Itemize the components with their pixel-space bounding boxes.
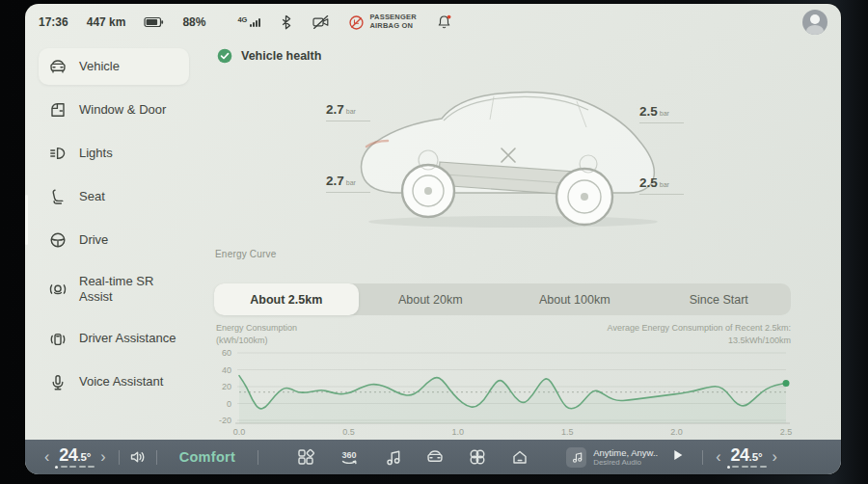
average-consumption-value: 13.5kWh/100km — [608, 335, 791, 347]
chart-header: Energy Consumption (kWh/100km) Average E… — [216, 322, 791, 347]
camera-360-icon[interactable]: 360 — [339, 447, 360, 467]
avatar-head — [810, 14, 820, 24]
sidebar-item-vehicle[interactable]: Vehicle — [39, 48, 189, 85]
profile-avatar[interactable] — [802, 10, 827, 35]
sidebar-item-label: Lights — [79, 146, 113, 161]
avatar-body — [806, 25, 824, 35]
sidebar-item-label: Driver Assistance — [79, 331, 176, 346]
sidebar-item-lights[interactable]: Lights — [39, 135, 189, 172]
svg-text:0.0: 0.0 — [233, 427, 246, 437]
svg-text:-20: -20 — [219, 416, 231, 425]
dock-divider — [702, 450, 703, 465]
home-icon[interactable] — [510, 447, 529, 467]
svg-text:1.0: 1.0 — [452, 427, 465, 437]
clock: 17:36 — [39, 15, 68, 29]
volume-icon[interactable] — [128, 447, 148, 467]
cellular-signal-icon: 4G — [237, 18, 260, 27]
left-temp-decrease-chevron[interactable]: ‹ — [41, 449, 53, 465]
svg-text:0: 0 — [227, 399, 231, 409]
notifications-bell-icon[interactable] — [435, 13, 453, 31]
sidebar-item-voice-assistant[interactable]: Voice Assistant — [39, 364, 189, 401]
svg-text:2.0: 2.0 — [670, 427, 683, 437]
y-axis-title-line2: (kWh/100km) — [216, 335, 297, 347]
climate-clover-icon[interactable] — [468, 447, 487, 467]
door-icon — [48, 100, 68, 120]
sidebar-item-label: Real-time SR Assist — [79, 274, 179, 306]
battery-percent: 88% — [182, 15, 205, 29]
svg-text:20: 20 — [222, 382, 231, 391]
sidebar-item-realtime-sr-assist[interactable]: Real-time SR Assist — [39, 265, 189, 314]
seat-icon — [48, 187, 68, 206]
energy-curve-title: Energy Curve — [215, 249, 277, 259]
tire-pressure-rear-left: 2.7bar — [326, 172, 388, 193]
tab-about-100km[interactable]: About 100km — [502, 283, 647, 315]
svg-text:2.5: 2.5 — [780, 427, 793, 437]
apps-grid-icon[interactable] — [296, 447, 315, 467]
tab-about-2-5km[interactable]: About 2.5km — [214, 283, 359, 315]
energy-range-tabs: About 2.5km About 20km About 100km Since… — [214, 283, 791, 315]
sidebar-item-seat[interactable]: Seat — [39, 178, 189, 215]
sidebar-item-label: Vehicle — [79, 59, 120, 74]
passenger-temperature-control[interactable]: 24.5° — [727, 446, 767, 469]
music-icon[interactable] — [383, 447, 402, 467]
driver-temperature-control[interactable]: 24.5° — [55, 446, 95, 469]
passenger-fan-level-indicator — [727, 466, 767, 469]
sidebar-item-label: Seat — [79, 189, 105, 204]
svg-text:60: 60 — [222, 348, 231, 358]
driver-fan-level-indicator — [55, 466, 95, 469]
airbag-warning-icon — [348, 14, 365, 31]
check-circle-icon — [217, 48, 232, 64]
headlight-icon — [48, 144, 68, 163]
media-track-title: Anytime, Anyw.. — [593, 447, 658, 458]
sidebar-scroll-indicator[interactable] — [25, 195, 28, 245]
settings-sidebar: Vehicle Window & Door Lights Seat — [25, 40, 204, 440]
y-axis-title-line1: Energy Consumption — [216, 322, 297, 335]
tire-pressure-front-right: 2.5bar — [639, 102, 701, 123]
dock-divider — [156, 450, 157, 465]
svg-text:1.5: 1.5 — [561, 427, 574, 437]
media-play-button[interactable] — [668, 446, 686, 468]
vehicle-illustration — [347, 79, 675, 231]
battery-icon — [144, 15, 164, 29]
tire-pressure-front-left: 2.7bar — [326, 100, 388, 121]
right-temp-decrease-chevron[interactable]: ‹ — [712, 449, 724, 465]
steering-wheel-icon — [48, 230, 68, 250]
tire-leader-line — [326, 121, 370, 121]
status-bar: 17:36 447 km 88% 4G — [25, 4, 841, 40]
tab-about-20km[interactable]: About 20km — [359, 283, 503, 315]
average-consumption-label: Average Energy Consumption of Recent 2.5… — [608, 322, 791, 335]
tire-leader-line — [639, 122, 684, 123]
sidebar-item-drive[interactable]: Drive — [39, 222, 189, 258]
bottom-dock: ‹ 24.5° › Comfort — [25, 440, 841, 474]
media-widget[interactable]: Anytime, Anyw.. Desired Audio — [566, 446, 686, 468]
svg-text:0.5: 0.5 — [342, 427, 355, 437]
sidebar-item-label: Window & Door — [79, 102, 166, 118]
airbag-label-line2: AIRBAG ON — [369, 21, 413, 30]
svg-text:40: 40 — [222, 365, 231, 375]
tire-leader-line — [639, 194, 684, 195]
passenger-airbag-status: PASSENGER AIRBAG ON — [348, 13, 416, 30]
sidebar-item-driver-assistance[interactable]: Driver Assistance — [39, 321, 189, 358]
right-temp-increase-chevron[interactable]: › — [769, 449, 781, 465]
tire-pressure-rear-right: 2.5bar — [639, 174, 701, 195]
sidebar-item-window-door[interactable]: Window & Door — [39, 92, 189, 128]
microphone-icon — [48, 373, 68, 392]
vehicle-app-icon[interactable] — [425, 447, 445, 467]
range-remaining: 447 km — [87, 15, 126, 29]
camera-off-icon — [312, 13, 330, 31]
bluetooth-icon — [279, 13, 293, 31]
tire-leader-line — [326, 192, 370, 193]
left-temp-increase-chevron[interactable]: › — [96, 449, 109, 465]
dock-divider — [258, 450, 258, 465]
media-source: Desired Audio — [593, 458, 658, 468]
car-icon — [48, 57, 68, 76]
dock-app-icons: 360 — [273, 447, 553, 467]
tab-since-start[interactable]: Since Start — [647, 283, 792, 315]
infotainment-screen: 17:36 447 km 88% 4G — [25, 4, 841, 474]
energy-chart-svg: 6040200-200.00.51.01.52.02.5 — [214, 347, 793, 440]
vehicle-health-label: Vehicle health — [241, 49, 321, 63]
sr-assist-icon — [48, 280, 68, 299]
sidebar-item-label: Voice Assistant — [79, 374, 163, 390]
vehicle-health-status: Vehicle health — [217, 48, 321, 64]
drive-mode-indicator[interactable]: Comfort — [179, 449, 235, 465]
